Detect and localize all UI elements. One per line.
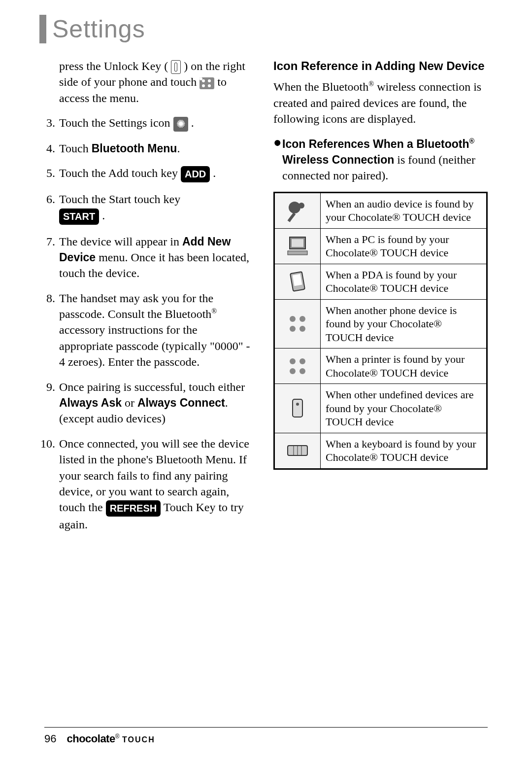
- svg-point-1: [299, 203, 304, 209]
- pda-text: When a PDA is found by your Chocolate® T…: [321, 264, 487, 299]
- svg-rect-3: [292, 239, 303, 247]
- svg-point-11: [290, 358, 296, 364]
- step6-post: .: [102, 209, 105, 222]
- audio-device-text: When an audio device is found by your Ch…: [321, 192, 487, 228]
- unlock-key-icon: [171, 60, 181, 74]
- pda-icon: [274, 264, 321, 299]
- printer-text: When a printer is found by your Chocolat…: [321, 348, 487, 384]
- table-row: When a printer is found by your Chocolat…: [274, 348, 487, 384]
- step5-post: .: [213, 167, 216, 179]
- step-10: 10. Once connected, you will see the dev…: [39, 436, 254, 533]
- menu-icon: [200, 77, 214, 89]
- table-row: When other undefined devices are found b…: [274, 384, 487, 433]
- pc-icon: [274, 228, 321, 264]
- step-5: 5. Touch the Add touch key ADD .: [39, 165, 254, 182]
- svg-point-14: [299, 368, 305, 374]
- table-row: When an audio device is found by your Ch…: [274, 192, 487, 228]
- page-footer: 96 chocolate® TOUCH: [44, 727, 488, 745]
- step-9: 9. Once pairing is successful, touch eit…: [39, 379, 254, 427]
- step3-text: Touch the Settings icon: [59, 116, 173, 129]
- step-3: 3. Touch the Settings icon ✺ .: [39, 115, 254, 131]
- refresh-key: REFRESH: [106, 500, 161, 517]
- title-bar: Settings: [39, 15, 488, 43]
- other-device-text: When other undefined devices are found b…: [321, 384, 487, 433]
- step-7: 7. The device will appear in Add New Dev…: [39, 234, 254, 281]
- step5-pre: Touch the Add touch key: [59, 167, 181, 179]
- keyboard-icon: [274, 433, 321, 469]
- svg-rect-4: [288, 251, 307, 255]
- printer-icon: [274, 348, 321, 384]
- pc-text: When a PC is found by your Chocolate® TO…: [321, 228, 487, 264]
- svg-point-0: [289, 202, 300, 213]
- intro-text: press the Unlock Key ( ) on the right si…: [59, 58, 254, 106]
- brand-label: chocolate® TOUCH: [66, 733, 155, 744]
- bullet-item: ● Icon References When a Bluetooth® Wire…: [273, 136, 488, 184]
- svg-point-9: [290, 326, 296, 332]
- step3-post: .: [191, 116, 194, 129]
- svg-point-8: [299, 316, 305, 322]
- settings-icon: ✺: [173, 117, 188, 132]
- icon-ref-heading: Icon Reference in Adding New Device: [273, 58, 488, 74]
- bullet-icon: ●: [273, 136, 282, 184]
- step-4: 4. Touch Bluetooth Menu.: [39, 140, 254, 156]
- step6-pre: Touch the Start touch key: [59, 193, 180, 206]
- step-8: 8. The handset may ask you for the passc…: [39, 290, 254, 370]
- audio-device-icon: [274, 192, 321, 228]
- table-row: When a PC is found by your Chocolate® TO…: [274, 228, 487, 264]
- svg-rect-15: [293, 399, 302, 417]
- phone-text: When another phone device is found by yo…: [321, 299, 487, 348]
- svg-point-7: [290, 316, 296, 322]
- svg-point-16: [296, 403, 299, 406]
- icon-ref-intro: When the Bluetooth® wireless connection …: [273, 79, 488, 127]
- phone-icon: [274, 299, 321, 348]
- intro-pre: press the Unlock Key (: [59, 60, 168, 72]
- svg-point-13: [290, 368, 296, 374]
- table-row: When a PDA is found by your Chocolate® T…: [274, 264, 487, 299]
- svg-point-12: [299, 358, 305, 364]
- svg-point-10: [299, 326, 305, 332]
- table-row: When a keyboard is found by your Chocola…: [274, 433, 487, 469]
- step4-pre: Touch: [59, 142, 92, 155]
- page-number: 96: [44, 732, 56, 745]
- keyboard-text: When a keyboard is found by your Chocola…: [321, 433, 487, 469]
- page-title: Settings: [52, 15, 145, 43]
- step-6: 6. Touch the Start touch key START .: [39, 191, 254, 224]
- add-key: ADD: [181, 166, 210, 182]
- left-column: press the Unlock Key ( ) on the right si…: [39, 58, 254, 542]
- icon-reference-table: When an audio device is found by your Ch…: [273, 192, 488, 470]
- right-column: Icon Reference in Adding New Device When…: [273, 58, 488, 542]
- table-row: When another phone device is found by yo…: [274, 299, 487, 348]
- start-key: START: [59, 209, 99, 225]
- other-device-icon: [274, 384, 321, 433]
- step4-bold: Bluetooth Menu: [92, 142, 177, 155]
